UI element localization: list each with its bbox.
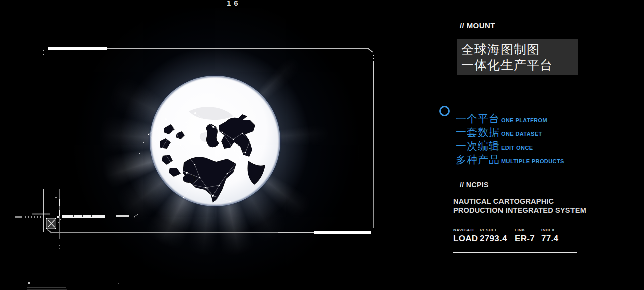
tick-mark [55,197,57,198]
stat-label: INDEX [541,228,558,232]
frame-dot [59,245,60,246]
system-name: NAUTICAL CARTOGRAPHIC PRODUCTION INTEGRA… [453,197,586,215]
stat-label: NAVIGATE [453,228,478,232]
stat-value: 77.4 [541,234,558,244]
feature-item: 一个平台 ONE PLATFROM [456,112,564,125]
frame-dot [373,55,374,56]
stat-label: RESULT [480,228,507,232]
marker-dot [60,219,61,220]
frame-dot [59,248,60,249]
stat-value: ER-7 [515,234,535,244]
stat-link: LINK ER-7 [515,228,535,244]
corner-dot [55,228,56,229]
feature-item: 多种产品 MULTIPLE PRODUCTS [456,153,564,166]
title-line-1: 全球海图制图 [461,42,578,57]
presentation-screen: 16 [0,0,644,290]
frame-inner-segment [59,199,60,206]
feature-list: 一个平台 ONE PLATFROM 一套数据 ONE DATASET 一次编辑 … [456,112,564,166]
frame-corner-diagonal [368,48,373,53]
bottom-dot [118,283,119,284]
feature-en-label: MULTIPLE PRODUCTS [501,158,564,164]
frame-bottom-line-mid [278,232,314,233]
frame-left-line-bright [43,189,44,232]
stat-value: LOAD [453,234,478,244]
scale-dot [37,216,38,218]
stat-label: LINK [515,228,535,232]
frame-dot [43,50,44,51]
title-line-2: 一体化生产平台 [461,57,578,73]
stat-index: INDEX 77.4 [541,228,558,244]
scale-dot [31,216,32,218]
micro-text-mark [44,213,50,215]
feature-en-label: ONE DATASET [501,131,542,137]
frame-dot [373,58,374,59]
feature-cn-label: 多种产品 [456,153,500,167]
feature-cn-label: 一个平台 [456,112,500,126]
system-name-line-2: PRODUCTION INTEGRATED SYSTEM [453,206,586,215]
corner-dot [55,218,56,219]
frame-left-line [44,57,44,189]
scale-dash [15,216,22,218]
corner-dot [46,218,47,219]
frame-right-line [373,61,374,228]
ncpis-section-label: // NCPIS [460,181,489,189]
frame-inner-segment [59,210,60,216]
feature-en-label: ONE PLATFROM [501,117,547,123]
scale-line-bright [116,215,129,217]
globe-visualization [113,53,320,239]
frame-dot [43,54,44,55]
feature-cn-label: 一次编辑 [456,139,500,153]
scale-bar [62,215,105,218]
frame-bottom-line [51,232,278,233]
bottom-faint-line [27,287,66,288]
scale-bar-tick [91,215,92,217]
feature-en-label: EDIT ONCE [501,144,533,151]
stats-underline [453,252,577,253]
scale-dot [28,216,29,218]
system-name-line-1: NAUTICAL CARTOGRAPHIC [453,197,586,206]
page-number: 16 [227,0,241,7]
tick-mark [55,196,57,196]
title-panel: 全球海图制图 一体化生产平台 [457,39,578,75]
feature-bullet-ring [439,106,450,116]
scale-bar-tick [82,215,83,217]
frame-top-line [107,48,369,49]
marker-dot [58,222,59,223]
corner-dot [46,228,47,229]
scale-bar-tick [73,215,74,217]
feature-item: 一次编辑 EDIT ONCE [456,139,564,153]
feature-item: 一套数据 ONE DATASET [456,125,564,139]
marker-dot [57,216,59,218]
mount-section-label: // MOUNT [460,21,495,30]
micro-text-mark [32,213,43,215]
scale-dot [34,216,35,218]
feature-cn-label: 一套数据 [456,125,500,139]
stat-navigate: NAVIGATE LOAD [453,228,478,244]
stat-result: RESULT 2793.4 [480,228,507,244]
frame-top-bar [48,47,107,50]
scale-dot [40,216,41,218]
stat-value: 2793.4 [480,234,507,244]
crosshair-box [46,218,56,229]
bottom-dot [28,282,30,284]
scale-dot [25,216,26,218]
scale-line [105,216,169,216]
frame-bottom-bar [314,231,371,234]
